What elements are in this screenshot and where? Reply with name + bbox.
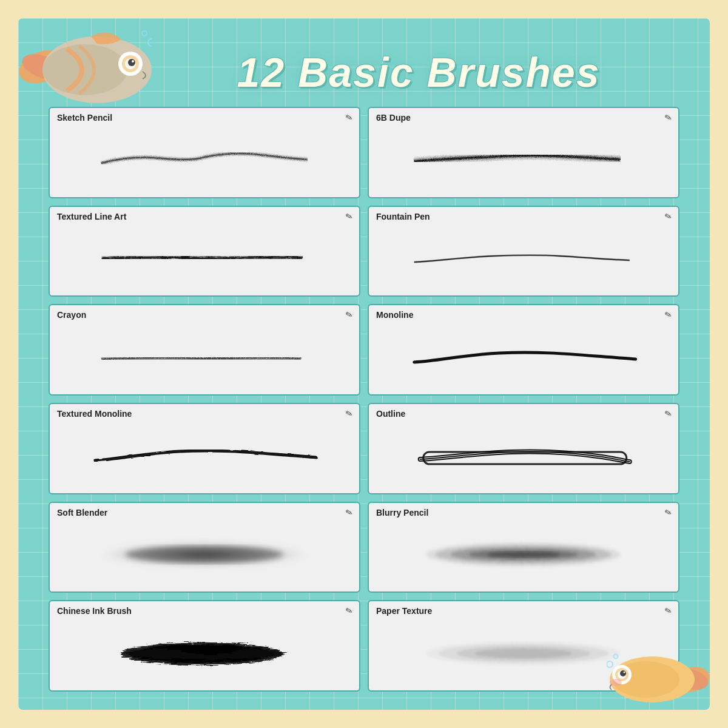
brush-preview-textured-monoline — [57, 421, 352, 488]
brush-label-textured-line-art: Textured Line Art — [57, 212, 352, 221]
brush-card-sketch-pencil: Sketch Pencil ✎ — [49, 107, 360, 198]
svg-point-21 — [607, 661, 613, 667]
svg-point-18 — [620, 670, 626, 676]
brush-card-soft-blender: Soft Blender ✎ — [49, 502, 360, 593]
brush-preview-soft-blender — [57, 520, 352, 587]
brush-label-textured-monoline: Textured Monoline — [57, 409, 352, 419]
svg-point-22 — [614, 655, 618, 659]
brush-card-chinese-ink-brush: Chinese Ink Brush ✎ — [49, 600, 360, 692]
brush-icon-fountain-pen: ✎ — [664, 211, 673, 222]
page-title: 12 Basic Brushes — [158, 49, 679, 96]
fish-decoration-top-left — [18, 18, 152, 115]
brush-label-blurry-pencil: Blurry Pencil — [376, 508, 671, 517]
brush-preview-6b-dupe — [376, 125, 671, 192]
brush-card-fountain-pen: Fountain Pen ✎ — [368, 206, 679, 297]
svg-point-36 — [475, 649, 572, 658]
fish-decoration-bottom-right — [607, 649, 710, 710]
brush-grid: Sketch Pencil ✎ 6B — [49, 107, 679, 692]
content-wrapper: 12 Basic Brushes Sketch Pencil ✎ — [49, 49, 679, 692]
brush-card-textured-monoline: Textured Monoline ✎ — [49, 403, 360, 494]
brush-preview-textured-line-art — [57, 224, 352, 291]
svg-point-19 — [624, 672, 625, 673]
brush-label-outline: Outline — [376, 409, 671, 419]
svg-point-25 — [126, 546, 283, 563]
brush-card-blurry-pencil: Blurry Pencil ✎ — [368, 502, 679, 593]
brush-label-chinese-ink-brush: Chinese Ink Brush — [57, 606, 352, 616]
svg-point-10 — [142, 31, 147, 36]
svg-point-9 — [148, 39, 152, 46]
svg-point-30 — [487, 551, 560, 558]
brush-card-6b-dupe: 6B Dupe ✎ — [368, 107, 679, 198]
brush-card-monoline: Monoline ✎ — [368, 304, 679, 396]
brush-preview-fountain-pen — [376, 224, 671, 291]
brush-preview-monoline — [376, 322, 671, 389]
brush-icon-soft-blender: ✎ — [345, 507, 354, 518]
brush-preview-outline — [376, 421, 671, 488]
brush-label-crayon: Crayon — [57, 310, 352, 320]
brush-preview-blurry-pencil — [376, 520, 671, 587]
brush-icon-textured-line-art: ✎ — [345, 211, 354, 222]
brush-label-soft-blender: Soft Blender — [57, 508, 352, 517]
brush-icon-blurry-pencil: ✎ — [664, 507, 673, 518]
brush-label-monoline: Monoline — [376, 310, 671, 320]
brush-preview-sketch-pencil — [57, 125, 352, 192]
brush-preview-chinese-ink-brush — [57, 618, 352, 686]
brush-card-crayon: Crayon ✎ — [49, 304, 360, 396]
svg-point-7 — [128, 59, 135, 66]
brush-preview-crayon — [57, 322, 352, 389]
svg-point-8 — [132, 60, 134, 62]
brush-card-outline: Outline ✎ — [368, 403, 679, 494]
brush-label-paper-texture: Paper Texture — [376, 606, 671, 616]
brush-card-textured-line-art: Textured Line Art ✎ — [49, 206, 360, 297]
brush-label-fountain-pen: Fountain Pen — [376, 212, 671, 221]
brush-label-6b-dupe: 6B Dupe — [376, 113, 671, 123]
